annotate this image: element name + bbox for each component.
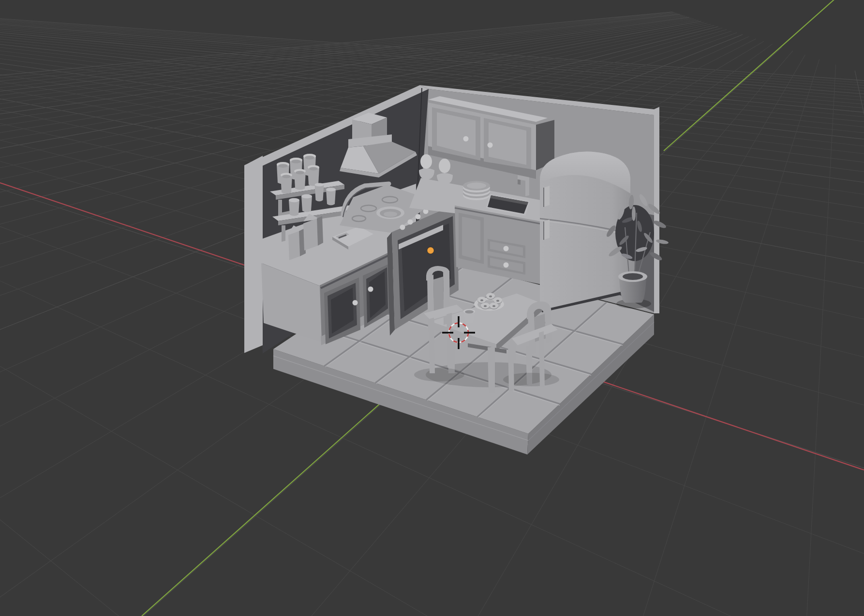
jar-top — [301, 194, 312, 198]
faucet-tip — [518, 179, 521, 185]
shelf-bracket — [282, 225, 285, 242]
jar-top — [289, 198, 299, 202]
cup-inner — [465, 310, 474, 314]
chair-leg — [429, 318, 435, 373]
fridge-handle — [544, 186, 550, 207]
egg — [439, 159, 450, 173]
drawer-knob — [504, 263, 509, 268]
chair-shadow — [414, 368, 464, 381]
jar-body — [315, 185, 324, 202]
jar-body — [326, 190, 336, 205]
bag-side — [317, 216, 323, 246]
jar-top — [315, 183, 324, 186]
door-knob — [353, 300, 358, 306]
chair-leg — [508, 344, 514, 391]
jar-lid — [309, 167, 318, 171]
jar-body — [289, 200, 299, 216]
drawer-knob — [504, 246, 509, 251]
door-knob — [463, 136, 469, 142]
jar-lid — [305, 156, 314, 160]
egg — [420, 154, 432, 169]
bag-front — [288, 231, 300, 260]
donut-hole — [480, 299, 483, 301]
left-wall-end-cap — [244, 156, 263, 353]
plant-leaf — [632, 206, 636, 221]
fridge-handle — [544, 220, 550, 240]
donut-hole — [496, 300, 499, 302]
jar-top — [326, 188, 336, 191]
door-knob — [488, 143, 493, 148]
jar-body — [301, 196, 312, 212]
jar-lid — [282, 175, 291, 178]
sink-cabinet-door[interactable] — [459, 213, 484, 264]
jar-lid — [291, 160, 301, 163]
bag-front — [303, 219, 318, 250]
table-leg — [488, 347, 495, 393]
donut-hole — [492, 305, 495, 307]
door-panel — [462, 217, 480, 260]
door-knob — [368, 287, 373, 292]
object-origin-dot[interactable] — [427, 247, 434, 254]
plate-top — [467, 183, 486, 189]
jar-lid — [296, 171, 304, 175]
pot-soil — [623, 273, 643, 280]
donut-hole — [489, 295, 492, 297]
pan-bottom — [384, 212, 397, 217]
chair-leg — [539, 331, 545, 387]
3d-viewport[interactable] — [0, 0, 864, 616]
plate-stack[interactable] — [463, 181, 490, 200]
jar-lid — [278, 164, 288, 168]
donut-hole — [484, 305, 487, 307]
